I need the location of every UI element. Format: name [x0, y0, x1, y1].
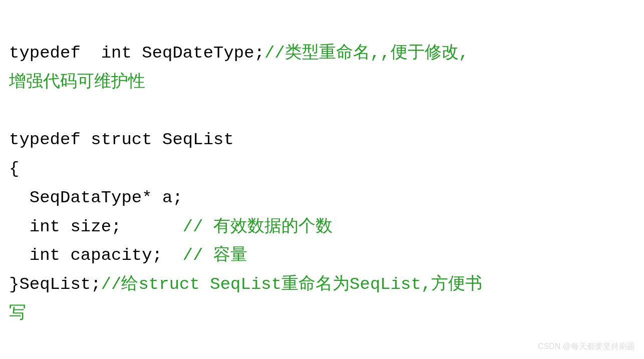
code-line-7: int size; [9, 217, 183, 236]
comment-line-8: // 容量 [183, 246, 247, 265]
comment-line-10: 写 [9, 304, 26, 323]
code-block: typedef int SeqDateType;//类型重命名,,便于修改, 增… [9, 10, 635, 328]
code-line-9: }SeqList; [9, 275, 101, 294]
comment-line-9: //给struct SeqList重命名为SeqList,方便书 [101, 275, 483, 294]
code-line-6: SeqDataType* a; [9, 188, 183, 207]
code-line-4: typedef struct SeqList [9, 130, 234, 149]
watermark: CSDN @每天都要坚持刷题 [538, 339, 635, 353]
comment-line-7: // 有效数据的个数 [183, 217, 333, 236]
comment-line-1: //类型重命名,,便于修改, [264, 44, 469, 63]
code-line-5: { [9, 159, 19, 178]
comment-line-2: 增强代码可维护性 [9, 73, 145, 92]
code-line-8: int capacity; [9, 246, 183, 265]
code-line-1: typedef int SeqDateType; [9, 44, 264, 63]
